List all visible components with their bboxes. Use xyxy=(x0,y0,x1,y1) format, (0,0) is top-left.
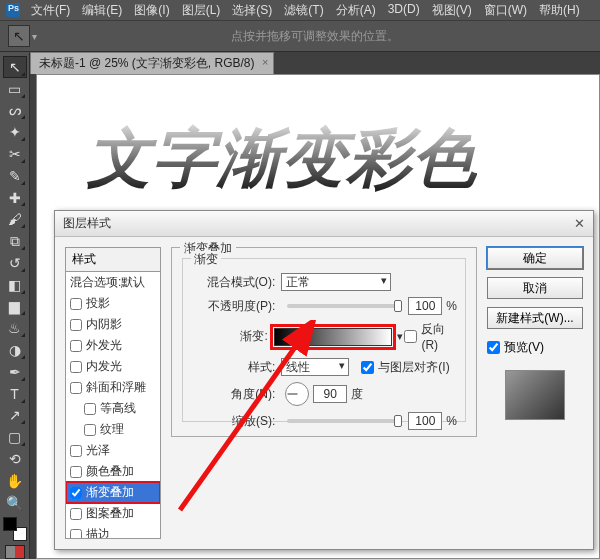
effect-label: 内发光 xyxy=(86,358,122,375)
effect-stroke-check[interactable] xyxy=(70,529,82,539)
tool-zoom[interactable]: 🔍 xyxy=(3,492,27,514)
angle-label: 角度(N): xyxy=(191,386,275,403)
blend-mode-label: 混合模式(O): xyxy=(191,274,275,291)
tool-history[interactable]: ↺ xyxy=(3,252,27,274)
effect-texture-check[interactable] xyxy=(84,424,96,436)
tool-marquee[interactable]: ▭ xyxy=(3,78,27,100)
effect-gradient-overlay-check[interactable] xyxy=(70,487,82,499)
tool-wand[interactable]: ✦ xyxy=(3,121,27,143)
effect-color-overlay-check[interactable] xyxy=(70,466,82,478)
style-value: 线性 xyxy=(286,359,310,376)
document-tab-label: 未标题-1 @ 25% (文字渐变彩色, RGB/8) xyxy=(39,55,255,72)
preview-swatch xyxy=(505,370,565,420)
tool-shape[interactable]: ▢ xyxy=(3,426,27,448)
effect-inner-shadow[interactable]: 内阴影 xyxy=(66,314,160,335)
effect-label: 光泽 xyxy=(86,442,110,459)
effect-outer-glow[interactable]: 外发光 xyxy=(66,335,160,356)
effect-drop-shadow-check[interactable] xyxy=(70,298,82,310)
opacity-value[interactable]: 100 xyxy=(408,297,442,315)
menu-layer[interactable]: 图层(L) xyxy=(177,0,226,21)
tool-dodge[interactable]: ◑ xyxy=(3,339,27,361)
gradient-swatch[interactable] xyxy=(274,328,393,346)
menu-file[interactable]: 文件(F) xyxy=(26,0,75,21)
effect-bevel-check[interactable] xyxy=(70,382,82,394)
blend-options-row[interactable]: 混合选项:默认 xyxy=(66,272,160,293)
menu-help[interactable]: 帮助(H) xyxy=(534,0,585,21)
effect-color-overlay[interactable]: 颜色叠加 xyxy=(66,461,160,482)
scale-value[interactable]: 100 xyxy=(408,412,442,430)
tool-eraser[interactable]: ◧ xyxy=(3,274,27,296)
quick-mask-toggle[interactable] xyxy=(5,545,25,559)
preview-check[interactable] xyxy=(487,341,500,354)
menu-3d[interactable]: 3D(D) xyxy=(383,0,425,21)
opacity-slider[interactable] xyxy=(287,304,402,308)
menu-analysis[interactable]: 分析(A) xyxy=(331,0,381,21)
menu-view[interactable]: 视图(V) xyxy=(427,0,477,21)
effect-satin-check[interactable] xyxy=(70,445,82,457)
close-icon[interactable]: × xyxy=(262,56,268,68)
effect-pattern-overlay[interactable]: 图案叠加 xyxy=(66,503,160,524)
align-label: 与图层对齐(I) xyxy=(378,359,449,376)
app-icon xyxy=(6,3,20,17)
tool-gradient[interactable]: ▆ xyxy=(3,296,27,318)
layer-style-dialog: 图层样式 ✕ 样式 混合选项:默认 投影 内阴影 外发光 内发光 斜面和浮雕 等… xyxy=(54,210,594,550)
style-combo[interactable]: 线性 xyxy=(281,358,349,376)
effect-contour-check[interactable] xyxy=(84,403,96,415)
tool-blur[interactable]: ♨ xyxy=(3,317,27,339)
effect-inner-glow[interactable]: 内发光 xyxy=(66,356,160,377)
effect-inner-glow-check[interactable] xyxy=(70,361,82,373)
blend-mode-value: 正常 xyxy=(286,274,310,291)
tool-stamp[interactable]: ⧉ xyxy=(3,230,27,252)
inner-title: 渐变 xyxy=(191,251,221,268)
document-tab[interactable]: 未标题-1 @ 25% (文字渐变彩色, RGB/8) × xyxy=(30,52,274,74)
effect-outer-glow-check[interactable] xyxy=(70,340,82,352)
fg-bg-swatch[interactable] xyxy=(3,517,27,541)
effect-inner-shadow-check[interactable] xyxy=(70,319,82,331)
tool-lasso[interactable]: ᔕ xyxy=(3,100,27,122)
preview-label: 预览(V) xyxy=(504,339,544,356)
tool-3d[interactable]: ⟲ xyxy=(3,448,27,470)
menu-filter[interactable]: 滤镜(T) xyxy=(279,0,328,21)
tool-type[interactable]: T xyxy=(3,383,27,405)
tool-crop[interactable]: ✂ xyxy=(3,143,27,165)
angle-dial[interactable] xyxy=(285,382,309,406)
effect-satin[interactable]: 光泽 xyxy=(66,440,160,461)
dialog-close-icon[interactable]: ✕ xyxy=(574,216,585,231)
menu-select[interactable]: 选择(S) xyxy=(227,0,277,21)
tool-path[interactable]: ↗ xyxy=(3,405,27,427)
menu-window[interactable]: 窗口(W) xyxy=(479,0,532,21)
tool-eyedropper[interactable]: ✎ xyxy=(3,165,27,187)
opacity-label: 不透明度(P): xyxy=(191,298,275,315)
effect-drop-shadow[interactable]: 投影 xyxy=(66,293,160,314)
cancel-button[interactable]: 取消 xyxy=(487,277,583,299)
menu-edit[interactable]: 编辑(E) xyxy=(77,0,127,21)
pct-label-2: % xyxy=(446,414,457,428)
new-style-button[interactable]: 新建样式(W)... xyxy=(487,307,583,329)
effect-gradient-overlay[interactable]: 渐变叠加 xyxy=(66,482,160,503)
angle-value[interactable]: 90 xyxy=(313,385,347,403)
effect-label: 描边 xyxy=(86,526,110,538)
effect-label: 渐变叠加 xyxy=(86,484,134,501)
styles-header[interactable]: 样式 xyxy=(66,248,160,272)
effect-bevel[interactable]: 斜面和浮雕 xyxy=(66,377,160,398)
style-label: 样式: xyxy=(191,359,275,376)
menu-image[interactable]: 图像(I) xyxy=(129,0,174,21)
ok-button[interactable]: 确定 xyxy=(487,247,583,269)
effect-label: 内阴影 xyxy=(86,316,122,333)
align-check[interactable] xyxy=(361,361,374,374)
scale-slider[interactable] xyxy=(287,419,402,423)
tool-move[interactable]: ↖ xyxy=(3,56,27,78)
effect-stroke[interactable]: 描边 xyxy=(66,524,160,538)
effect-contour[interactable]: 等高线 xyxy=(66,398,160,419)
move-tool-icon[interactable]: ↖ xyxy=(8,25,30,47)
blend-mode-combo[interactable]: 正常 xyxy=(281,273,391,291)
toolbox: ↖ ▭ ᔕ ✦ ✂ ✎ ✚ 🖌 ⧉ ↺ ◧ ▆ ♨ ◑ ✒ T ↗ ▢ ⟲ ✋ … xyxy=(0,52,30,559)
reverse-label: 反向(R) xyxy=(421,321,457,352)
tool-heal[interactable]: ✚ xyxy=(3,187,27,209)
effect-pattern-overlay-check[interactable] xyxy=(70,508,82,520)
tool-pen[interactable]: ✒ xyxy=(3,361,27,383)
effect-texture[interactable]: 纹理 xyxy=(66,419,160,440)
reverse-check[interactable] xyxy=(404,330,417,343)
tool-hand[interactable]: ✋ xyxy=(3,470,27,492)
tool-brush[interactable]: 🖌 xyxy=(3,208,27,230)
